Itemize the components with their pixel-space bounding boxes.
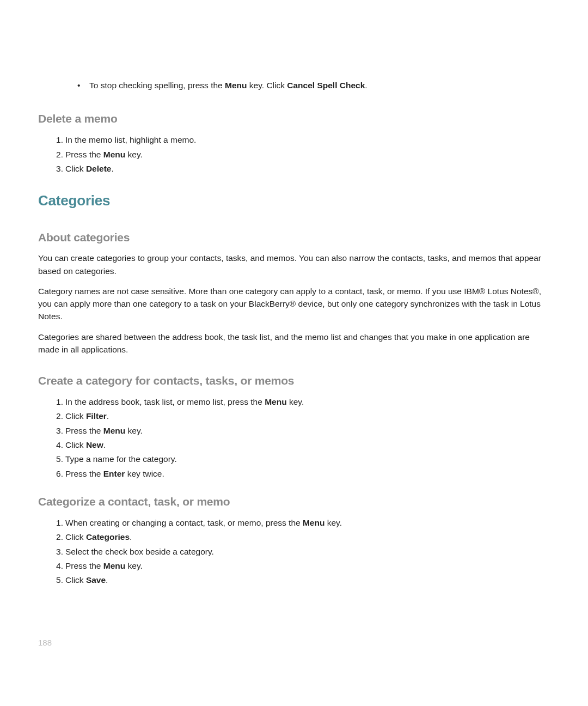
step-number: 2. <box>50 409 63 423</box>
step-text-after: key. <box>287 397 304 406</box>
create-category-steps: 1.In the address book, task list, or mem… <box>65 395 550 481</box>
step-text: Select the check box beside a category. <box>65 547 214 556</box>
categorize-steps: 1.When creating or changing a contact, t… <box>65 516 550 588</box>
step-text: Press the <box>65 150 103 159</box>
step-bold: Menu <box>303 518 324 527</box>
about-paragraph-1: You can create categories to group your … <box>38 252 550 277</box>
step-text: Click <box>65 411 86 421</box>
step-bold: Menu <box>103 561 125 570</box>
step-text: In the address book, task list, or memo … <box>65 397 265 406</box>
create-category-heading: Create a category for contacts, tasks, o… <box>38 374 550 387</box>
list-item: 1.In the address book, task list, or mem… <box>65 395 550 409</box>
step-number: 2. <box>50 530 63 544</box>
step-bold: Categories <box>86 532 130 541</box>
step-bold: New <box>86 440 103 449</box>
spell-check-bullet: To stop checking spelling, press the Men… <box>87 79 550 92</box>
step-text-after: . <box>106 575 108 585</box>
step-text: Click <box>65 532 86 541</box>
page-number: 188 <box>38 638 52 647</box>
step-number: 5. <box>50 452 63 466</box>
step-text: Click <box>65 575 86 585</box>
spell-cancel-bold: Cancel Spell Check <box>287 81 365 90</box>
step-text-after: . <box>111 164 113 173</box>
step-number: 5. <box>50 573 63 587</box>
step-text-after: . <box>107 411 109 421</box>
step-number: 3. <box>50 424 63 438</box>
step-text: When creating or changing a contact, tas… <box>65 518 303 527</box>
step-bold: Menu <box>103 426 125 435</box>
step-text: Press the <box>65 426 103 435</box>
step-text-after: key twice. <box>125 469 164 478</box>
spell-menu-bold: Menu <box>225 81 247 90</box>
step-text-after: . <box>130 532 132 541</box>
step-bold: Menu <box>103 150 125 159</box>
step-bold: Save <box>86 575 106 585</box>
step-text: Type a name for the category. <box>65 454 177 464</box>
list-item: 4.Press the Menu key. <box>65 559 550 573</box>
step-number: 1. <box>50 133 63 147</box>
list-item: 3.Press the Menu key. <box>65 424 550 438</box>
step-text: Click <box>65 440 86 449</box>
step-text-after: key. <box>125 426 143 435</box>
list-item: 2.Press the Menu key. <box>65 148 550 162</box>
step-bold: Delete <box>86 164 112 173</box>
categories-heading: Categories <box>38 192 550 209</box>
spell-text-prefix: To stop checking spelling, press the <box>89 81 225 90</box>
step-text-after: key. <box>324 518 342 527</box>
list-item: 5.Click Save. <box>65 573 550 587</box>
list-item: 6.Press the Enter key twice. <box>65 467 550 481</box>
step-text-after: key. <box>125 561 143 570</box>
step-bold: Filter <box>86 411 107 421</box>
step-number: 2. <box>50 148 63 162</box>
delete-memo-section: Delete a memo 1.In the memo list, highli… <box>38 112 550 176</box>
categorize-heading: Categorize a contact, task, or memo <box>38 495 550 508</box>
step-text: Click <box>65 164 86 173</box>
spell-text-mid: key. Click <box>247 81 287 90</box>
about-paragraph-2: Category names are not case sensitive. M… <box>38 285 550 323</box>
list-item: 1.When creating or changing a contact, t… <box>65 516 550 530</box>
step-text: Press the <box>65 469 103 478</box>
step-text-after: key. <box>125 150 143 159</box>
step-text: In the memo list, highlight a memo. <box>65 135 196 144</box>
step-text: Press the <box>65 561 103 570</box>
step-number: 4. <box>50 438 63 452</box>
step-number: 4. <box>50 559 63 573</box>
about-categories-heading: About categories <box>38 231 550 244</box>
about-paragraph-3: Categories are shared between the addres… <box>38 331 550 356</box>
list-item: 3.Click Delete. <box>65 162 550 176</box>
step-bold: Menu <box>265 397 286 406</box>
step-bold: Enter <box>103 469 125 478</box>
step-number: 1. <box>50 395 63 409</box>
delete-memo-heading: Delete a memo <box>38 112 550 125</box>
step-text-after: . <box>103 440 106 449</box>
list-item: 2.Click Categories. <box>65 530 550 544</box>
step-number: 6. <box>50 467 63 481</box>
categorize-section: Categorize a contact, task, or memo 1.Wh… <box>38 495 550 588</box>
list-item: 4.Click New. <box>65 438 550 452</box>
list-item: 1.In the memo list, highlight a memo. <box>65 133 550 147</box>
step-number: 3. <box>50 162 63 176</box>
list-item: 3.Select the check box beside a category… <box>65 545 550 559</box>
step-number: 1. <box>50 516 63 530</box>
create-category-section: Create a category for contacts, tasks, o… <box>38 374 550 481</box>
list-item: 2.Click Filter. <box>65 409 550 423</box>
list-item: 5.Type a name for the category. <box>65 452 550 466</box>
spell-text-end: . <box>365 81 367 90</box>
about-categories-section: About categories You can create categori… <box>38 231 550 356</box>
step-number: 3. <box>50 545 63 559</box>
delete-memo-steps: 1.In the memo list, highlight a memo.2.P… <box>65 133 550 176</box>
